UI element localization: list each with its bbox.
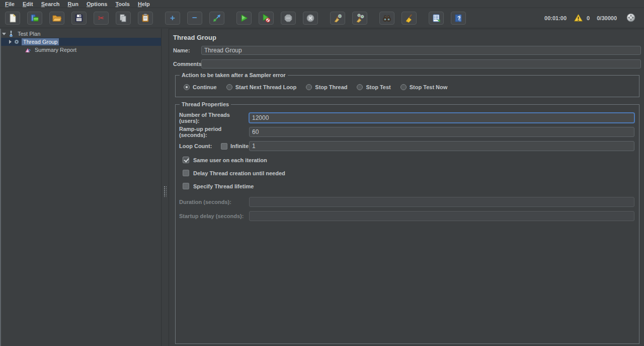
new-file-button[interactable] [5,12,20,25]
number-of-threads-label: Number of Threads (users): [179,112,249,124]
toggle-button[interactable] [209,12,224,25]
start-no-timers-icon [261,13,271,23]
radio-dot-icon[interactable] [226,84,232,90]
tree-main-splitter[interactable] [161,29,169,346]
test-plan-flask-icon [8,30,15,37]
radio-label: Stop Test Now [410,84,448,90]
menu-help[interactable]: Help [134,1,154,7]
start-button[interactable] [236,12,252,25]
comments-input[interactable] [201,59,641,68]
rampup-period-label: Ramp-up period (seconds): [179,126,249,138]
toggle-arrows-icon [212,13,222,23]
radio-stop-test-now[interactable]: Stop Test Now [400,84,448,90]
search-button[interactable] [379,12,394,25]
menu-run[interactable]: Run [63,1,82,7]
clear-all-broom-icon [355,13,365,23]
menu-edit[interactable]: Edit [19,1,37,7]
menu-options[interactable]: Options [83,1,112,7]
radio-label: Stop Test [366,84,390,90]
tree-item-thread-group[interactable]: Thread Group [1,38,161,46]
summary-report-chart-icon [25,46,32,53]
rampup-period-input[interactable] [249,127,634,137]
menu-tools[interactable]: Tools [111,1,134,7]
function-helper-icon [431,13,441,23]
radio-dot-icon[interactable] [400,84,407,90]
open-file-button[interactable] [49,12,64,25]
shutdown-x-icon [305,13,315,23]
paste-button[interactable] [138,12,153,25]
search-reset-button[interactable] [401,12,417,25]
expand-all-button[interactable]: + [165,12,180,25]
radio-stop-test[interactable]: Stop Test [357,84,390,90]
help-button[interactable]: ? [451,12,466,25]
cut-button[interactable]: ✂ [94,12,109,25]
templates-icon [30,13,40,23]
tree-item-label: Thread Group [22,38,59,45]
expand-arrow-icon[interactable] [2,33,6,35]
clear-broom-icon [333,13,343,23]
toolbar-status: 00:01:00 0 0/30000 [544,13,639,24]
copy-button[interactable] [116,12,131,25]
tree-item-test-plan[interactable]: Test Plan [1,30,161,38]
same-user-checkbox[interactable] [183,157,189,163]
clear-button[interactable] [330,12,345,25]
menu-search[interactable]: Search [37,1,64,7]
start-no-timers-button[interactable] [259,12,274,25]
plus-icon: + [170,14,175,22]
radio-stop-thread[interactable]: Stop Thread [306,84,347,90]
delay-thread-creation-row[interactable]: Delay Thread creation until needed [183,170,634,176]
startup-delay-input[interactable] [249,211,634,221]
templates-button[interactable] [27,12,42,25]
tree-item-summary-report[interactable]: Summary Report [1,46,161,54]
thread-group-gear-icon [13,38,20,45]
radio-start-next-thread-loop[interactable]: Start Next Thread Loop [226,84,297,90]
startup-delay-label: Startup delay (seconds): [179,213,249,219]
reset-broom-icon [404,13,414,23]
minus-icon: − [192,14,197,22]
duration-input[interactable] [249,197,634,207]
sampler-error-group: Action to be taken after a Sampler error… [175,75,639,97]
collapse-all-button[interactable]: − [187,12,202,25]
radio-dot-icon[interactable] [184,84,190,90]
cut-scissors-icon: ✂ [98,14,105,22]
delay-thread-creation-checkbox[interactable] [183,170,189,176]
same-user-label: Same user on each iteration [193,157,267,163]
thread-count: 0/30000 [597,15,617,21]
clear-all-button[interactable] [352,12,367,25]
specify-lifetime-row[interactable]: Specify Thread lifetime [183,183,634,189]
radio-dot-icon[interactable] [306,84,312,90]
loop-count-label-group: Loop Count: Infinite [179,143,249,150]
loop-count-label: Loop Count: [179,143,221,149]
save-button[interactable] [71,12,87,25]
splitter-grip-icon[interactable] [164,186,167,197]
radio-label: Continue [193,84,217,90]
tree-item-label: Test Plan [16,30,42,37]
radio-label: Stop Thread [315,84,347,90]
save-icon [74,13,84,23]
number-of-threads-input[interactable] [249,113,634,123]
toolbar: ✂ + − [0,8,644,28]
warning-triangle-icon[interactable] [574,13,583,23]
radio-label: Start Next Thread Loop [235,84,297,90]
infinite-checkbox[interactable] [221,143,227,150]
radio-dot-icon[interactable] [357,84,363,90]
copy-icon [118,13,128,23]
thread-properties-group: Thread Properties Number of Threads (use… [175,104,639,344]
name-input[interactable] [201,46,641,55]
delay-thread-creation-label: Delay Thread creation until needed [193,170,285,176]
menu-file[interactable]: File [1,1,19,7]
loop-count-input[interactable] [249,141,634,151]
same-user-row[interactable]: Same user on each iteration [183,157,634,163]
specify-lifetime-checkbox[interactable] [183,183,189,189]
sampler-error-group-title: Action to be taken after a Sampler error [180,72,288,78]
function-helper-button[interactable] [429,12,444,25]
test-plan-tree: Test Plan Thread Group Summary Report [0,29,161,346]
shutdown-button[interactable] [303,12,318,25]
collapse-arrow-icon[interactable] [9,40,12,44]
radio-continue[interactable]: Continue [184,84,217,90]
paste-clipboard-icon [140,13,150,23]
stop-button[interactable] [281,12,296,25]
binoculars-icon [382,13,392,23]
svg-text:?: ? [457,15,460,21]
stop-octagon-icon [283,13,293,23]
